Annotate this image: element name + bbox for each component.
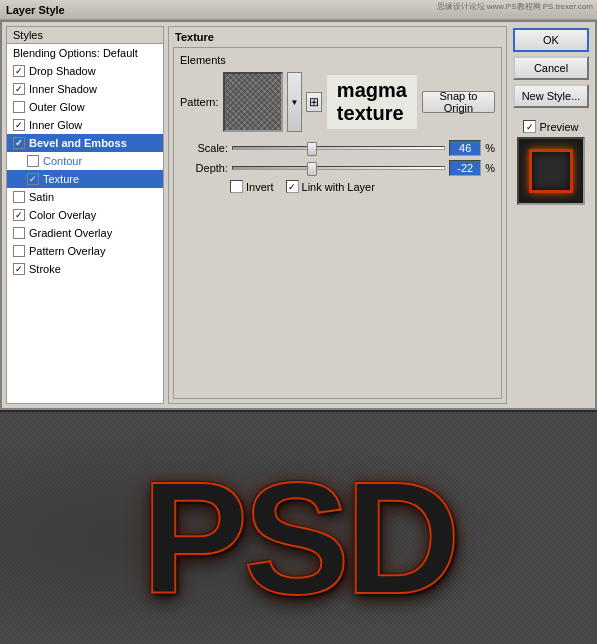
pattern-overlay-label: Pattern Overlay xyxy=(29,245,105,257)
contour-checkbox[interactable] xyxy=(27,155,39,167)
blending-options-label: Blending Options: Default xyxy=(13,47,138,59)
center-panel: Texture Elements Pattern: ▼ ⊞ magma text… xyxy=(168,26,507,404)
inner-shadow-label: Inner Shadow xyxy=(29,83,97,95)
canvas-area: PSD wodemet.com xyxy=(0,410,597,644)
pattern-row: Pattern: ▼ ⊞ magma texture Snap to Origi… xyxy=(180,72,495,132)
sidebar-item-pattern-overlay[interactable]: Pattern Overlay xyxy=(7,242,163,260)
scale-pct: % xyxy=(485,142,495,154)
left-panel: Styles Blending Options: Default Drop Sh… xyxy=(6,26,164,404)
stroke-checkbox[interactable] xyxy=(13,263,25,275)
satin-checkbox[interactable] xyxy=(13,191,25,203)
scale-slider[interactable] xyxy=(232,146,445,150)
psd-text-display: PSD xyxy=(142,446,456,630)
scale-row: Scale: 46 % xyxy=(180,140,495,156)
pattern-dropdown[interactable]: ▼ xyxy=(287,72,302,132)
snap-to-origin-button[interactable]: Snap to Origin xyxy=(422,91,495,113)
drop-shadow-checkbox[interactable] xyxy=(13,65,25,77)
depth-slider[interactable] xyxy=(232,166,445,170)
pattern-overlay-checkbox[interactable] xyxy=(13,245,25,257)
sidebar-item-contour[interactable]: Contour xyxy=(7,152,163,170)
sidebar-item-bevel-emboss[interactable]: Bevel and Emboss xyxy=(7,134,163,152)
satin-label: Satin xyxy=(29,191,54,203)
layer-style-dialog: Styles Blending Options: Default Drop Sh… xyxy=(0,20,597,410)
bevel-emboss-label: Bevel and Emboss xyxy=(29,137,127,149)
inner-glow-checkbox[interactable] xyxy=(13,119,25,131)
section-title: Texture xyxy=(173,31,502,43)
outer-glow-checkbox[interactable] xyxy=(13,101,25,113)
styles-header: Styles xyxy=(7,27,163,44)
elements-group: Elements Pattern: ▼ ⊞ magma texture Snap… xyxy=(173,47,502,399)
color-overlay-label: Color Overlay xyxy=(29,209,96,221)
preview-inner xyxy=(529,149,573,193)
sidebar-item-satin[interactable]: Satin xyxy=(7,188,163,206)
sidebar-item-inner-glow[interactable]: Inner Glow xyxy=(7,116,163,134)
pattern-label: Pattern: xyxy=(180,96,219,108)
ok-button[interactable]: OK xyxy=(513,28,589,52)
scale-label: Scale: xyxy=(180,142,228,154)
link-layer-checkbox[interactable] xyxy=(286,180,299,193)
texture-label: Texture xyxy=(43,173,79,185)
pattern-preview[interactable] xyxy=(223,72,283,132)
stroke-label: Stroke xyxy=(29,263,61,275)
bevel-emboss-checkbox[interactable] xyxy=(13,137,25,149)
color-overlay-checkbox[interactable] xyxy=(13,209,25,221)
invert-label: Invert xyxy=(246,181,274,193)
title-bar: Layer Style 思缘设计论坛 www.PS教程网 PS.trexer.c… xyxy=(0,0,597,20)
texture-checkbox[interactable] xyxy=(27,173,39,185)
gradient-overlay-checkbox[interactable] xyxy=(13,227,25,239)
inner-glow-label: Inner Glow xyxy=(29,119,82,131)
depth-value[interactable]: -22 xyxy=(449,160,481,176)
sidebar-item-inner-shadow[interactable]: Inner Shadow xyxy=(7,80,163,98)
gradient-overlay-label: Gradient Overlay xyxy=(29,227,112,239)
scale-thumb[interactable] xyxy=(307,142,317,156)
contour-label: Contour xyxy=(43,155,82,167)
depth-row: Depth: -22 % xyxy=(180,160,495,176)
elements-title: Elements xyxy=(180,54,495,66)
new-style-button[interactable]: New Style... xyxy=(513,84,589,108)
sidebar-item-outer-glow[interactable]: Outer Glow xyxy=(7,98,163,116)
scale-value[interactable]: 46 xyxy=(449,140,481,156)
depth-label: Depth: xyxy=(180,162,228,174)
sidebar-item-texture[interactable]: Texture xyxy=(7,170,163,188)
preview-thumbnail xyxy=(517,137,585,205)
texture-name-label: magma texture xyxy=(326,74,418,130)
watermark-top: 思缘设计论坛 www.PS教程网 PS.trexer.com xyxy=(433,0,597,14)
outer-glow-label: Outer Glow xyxy=(29,101,85,113)
cancel-button[interactable]: Cancel xyxy=(513,56,589,80)
link-layer-label: Link with Layer xyxy=(302,181,375,193)
drop-shadow-label: Drop Shadow xyxy=(29,65,96,77)
dialog-body: Styles Blending Options: Default Drop Sh… xyxy=(2,22,595,408)
link-layer-option[interactable]: Link with Layer xyxy=(286,180,375,193)
dialog-title: Layer Style xyxy=(6,4,65,16)
depth-pct: % xyxy=(485,162,495,174)
sidebar-item-gradient-overlay[interactable]: Gradient Overlay xyxy=(7,224,163,242)
new-pattern-icon[interactable]: ⊞ xyxy=(306,92,322,112)
right-panel: OK Cancel New Style... Preview xyxy=(511,26,591,404)
sidebar-item-stroke[interactable]: Stroke xyxy=(7,260,163,278)
preview-checkbox[interactable] xyxy=(523,120,536,133)
preview-area: Preview xyxy=(513,120,589,205)
invert-checkbox[interactable] xyxy=(230,180,243,193)
invert-option[interactable]: Invert xyxy=(230,180,274,193)
sidebar-item-blending-options[interactable]: Blending Options: Default xyxy=(7,44,163,62)
depth-thumb[interactable] xyxy=(307,162,317,176)
options-row: Invert Link with Layer xyxy=(180,180,495,193)
sidebar-item-drop-shadow[interactable]: Drop Shadow xyxy=(7,62,163,80)
sidebar-item-color-overlay[interactable]: Color Overlay xyxy=(7,206,163,224)
inner-shadow-checkbox[interactable] xyxy=(13,83,25,95)
preview-check-row: Preview xyxy=(523,120,578,133)
preview-label: Preview xyxy=(539,121,578,133)
